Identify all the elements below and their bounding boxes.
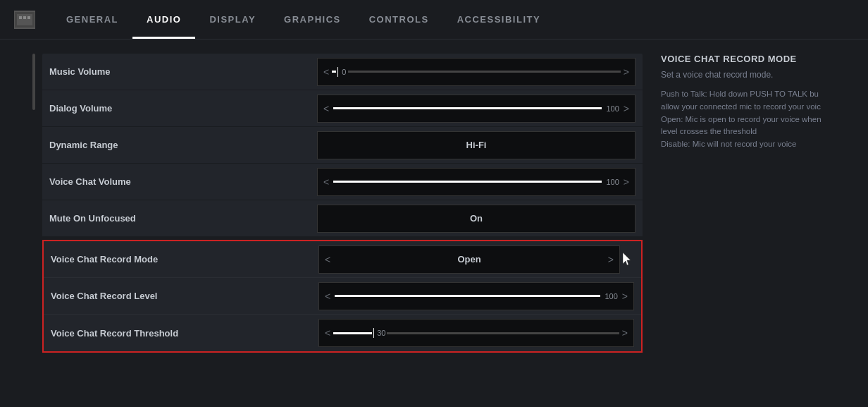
voice-chat-record-mode-right-chevron[interactable]: > bbox=[608, 254, 614, 265]
threshold-filled bbox=[333, 332, 372, 334]
voice-chat-record-mode-row: Voice Chat Record Mode < Open > bbox=[44, 241, 641, 278]
threshold-value: 30 bbox=[377, 329, 385, 337]
threshold-track: 30 bbox=[333, 319, 619, 347]
mute-on-unfocused-label: Mute On Unfocused bbox=[49, 213, 317, 224]
music-volume-row: Music Volume < 0 > bbox=[42, 54, 643, 90]
voice-chat-volume-control: < 100 > bbox=[317, 168, 636, 196]
voice-chat-record-level-control: < 100 > bbox=[318, 282, 634, 310]
dialog-volume-control: < 100 > bbox=[317, 95, 636, 123]
dynamic-range-value: Hi-Fi bbox=[323, 140, 629, 150]
voice-chat-record-mode-control: < Open > bbox=[318, 245, 620, 274]
tab-audio[interactable]: AUDIO bbox=[132, 0, 195, 39]
music-volume-value: 0 bbox=[342, 68, 346, 76]
main-content: Music Volume < 0 > Dialog Volume bbox=[0, 40, 868, 407]
info-line-1: Push to Talk: Hold down PUSH TO TALK bu bbox=[661, 90, 819, 98]
highlighted-section: Voice Chat Record Mode < Open > bbox=[42, 240, 643, 353]
voice-chat-record-level-slider[interactable]: < 100 > bbox=[318, 282, 634, 310]
threshold-empty bbox=[387, 332, 619, 334]
svg-rect-3 bbox=[23, 16, 26, 19]
dialog-volume-slider[interactable]: < 100 > bbox=[317, 95, 636, 123]
music-volume-control: < 0 > bbox=[317, 58, 636, 86]
voice-chat-record-level-left-chevron[interactable]: < bbox=[325, 291, 330, 302]
voice-chat-record-threshold-row: Voice Chat Record Threshold < 30 > bbox=[44, 315, 641, 351]
dynamic-range-control: Hi-Fi bbox=[317, 131, 636, 159]
nav-tabs: GENERAL AUDIO DISPLAY GRAPHICS CONTROLS … bbox=[52, 0, 554, 39]
dialog-volume-value: 100 bbox=[606, 104, 619, 113]
dialog-volume-label: Dialog Volume bbox=[49, 103, 317, 114]
dialog-volume-row: Dialog Volume < 100 > bbox=[42, 90, 643, 127]
info-line-4: level crosses the threshold bbox=[661, 127, 757, 135]
game-logo bbox=[14, 11, 35, 29]
track-empty bbox=[348, 71, 621, 73]
threshold-thumb bbox=[373, 328, 374, 338]
voice-chat-volume-row: Voice Chat Volume < 100 > bbox=[42, 164, 643, 200]
tab-display[interactable]: DISPLAY bbox=[195, 0, 270, 39]
music-volume-slider[interactable]: < 0 > bbox=[317, 58, 636, 86]
mute-on-unfocused-control: On bbox=[317, 205, 636, 233]
voice-chat-record-threshold-slider[interactable]: < 30 > bbox=[318, 319, 634, 347]
voice-chat-record-threshold-control: < 30 > bbox=[318, 319, 634, 347]
svg-rect-2 bbox=[19, 16, 22, 19]
dynamic-range-dropdown[interactable]: Hi-Fi bbox=[317, 131, 636, 159]
voice-chat-record-mode-value: Open bbox=[335, 254, 604, 265]
voice-chat-record-level-row: Voice Chat Record Level < 100 > bbox=[44, 278, 641, 315]
left-sidebar bbox=[0, 40, 35, 407]
music-volume-track: 0 bbox=[332, 59, 621, 85]
voice-chat-record-level-value: 100 bbox=[604, 292, 617, 300]
settings-panel: Music Volume < 0 > Dialog Volume bbox=[35, 40, 650, 407]
top-navigation: GENERAL AUDIO DISPLAY GRAPHICS CONTROLS … bbox=[0, 0, 868, 40]
tab-accessibility[interactable]: ACCESSIBILITY bbox=[443, 0, 554, 39]
svg-rect-4 bbox=[27, 16, 30, 19]
voice-chat-record-level-right-chevron[interactable]: > bbox=[622, 291, 628, 302]
voice-chat-volume-value: 100 bbox=[606, 178, 619, 186]
voice-chat-record-mode-label: Voice Chat Record Mode bbox=[51, 254, 318, 265]
voice-chat-volume-track bbox=[333, 181, 602, 183]
voice-chat-volume-slider[interactable]: < 100 > bbox=[317, 168, 636, 196]
info-line-3: Open: Mic is open to record your voice w… bbox=[661, 115, 822, 123]
dialog-volume-right-chevron[interactable]: > bbox=[624, 103, 629, 114]
voice-chat-record-threshold-right-chevron[interactable]: > bbox=[622, 327, 628, 339]
mute-on-unfocused-row: Mute On Unfocused On bbox=[42, 200, 643, 237]
info-panel-body: Push to Talk: Hold down PUSH TO TALK bu … bbox=[661, 88, 857, 151]
info-line-5: Disable: Mic will not record your voice bbox=[661, 140, 796, 148]
voice-chat-volume-right-chevron[interactable]: > bbox=[624, 176, 629, 188]
tab-graphics[interactable]: GRAPHICS bbox=[270, 0, 355, 39]
tab-general[interactable]: GENERAL bbox=[52, 0, 132, 39]
voice-chat-volume-left-chevron[interactable]: < bbox=[323, 176, 329, 188]
voice-chat-record-level-track bbox=[335, 295, 600, 297]
voice-chat-record-threshold-label: Voice Chat Record Threshold bbox=[51, 328, 318, 339]
track-filled bbox=[332, 71, 336, 73]
music-volume-right-chevron[interactable]: > bbox=[624, 66, 629, 78]
mute-on-unfocused-value: On bbox=[323, 213, 629, 224]
track-thumb bbox=[337, 67, 338, 77]
dialog-volume-track bbox=[333, 107, 602, 109]
music-volume-label: Music Volume bbox=[49, 66, 317, 77]
dialog-volume-left-chevron[interactable]: < bbox=[323, 103, 329, 114]
info-panel-title: VOICE CHAT RECORD MODE bbox=[661, 54, 857, 64]
voice-chat-record-mode-left-chevron[interactable]: < bbox=[325, 254, 330, 265]
info-line-2: allow your connected mic to record your … bbox=[661, 102, 821, 111]
dynamic-range-label: Dynamic Range bbox=[49, 140, 317, 150]
dynamic-range-row: Dynamic Range Hi-Fi bbox=[42, 127, 643, 164]
voice-chat-record-threshold-left-chevron[interactable]: < bbox=[325, 327, 330, 339]
svg-rect-1 bbox=[17, 14, 32, 25]
scroll-indicator bbox=[32, 54, 35, 110]
mouse-cursor bbox=[623, 253, 634, 267]
voice-chat-volume-label: Voice Chat Volume bbox=[49, 176, 317, 187]
mute-on-unfocused-dropdown[interactable]: On bbox=[317, 205, 636, 233]
voice-chat-record-level-label: Voice Chat Record Level bbox=[51, 291, 318, 301]
info-panel-subtitle: Set a voice chat record mode. bbox=[661, 70, 857, 80]
tab-controls[interactable]: CONTROLS bbox=[355, 0, 443, 39]
voice-chat-record-mode-selector[interactable]: < Open > bbox=[318, 245, 620, 274]
info-panel: VOICE CHAT RECORD MODE Set a voice chat … bbox=[650, 40, 868, 407]
music-volume-left-chevron[interactable]: < bbox=[323, 66, 329, 78]
